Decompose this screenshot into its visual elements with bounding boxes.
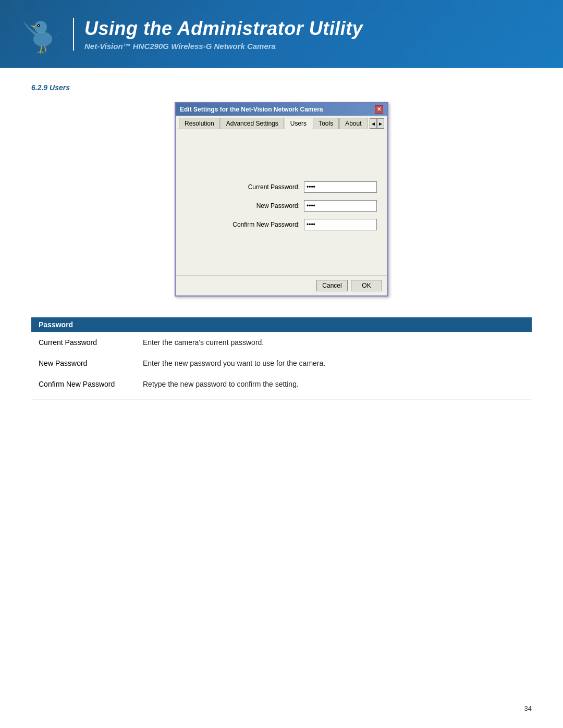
cancel-button[interactable]: Cancel <box>316 280 348 291</box>
password-section-header: Password <box>31 317 532 332</box>
header-subtitle: Net-Vision™ HNC290G Wireless-G Network C… <box>84 42 363 51</box>
term-new-password: New Password <box>31 353 136 374</box>
tab-advanced-settings[interactable]: Advanced Settings <box>221 118 284 129</box>
section-title: 6.2.9 Users <box>31 83 532 92</box>
section-divider <box>31 400 532 400</box>
svg-line-6 <box>38 51 41 53</box>
svg-line-4 <box>41 46 42 51</box>
main-content: 6.2.9 Users Edit Settings for the Net-Vi… <box>0 68 563 421</box>
page-number: 34 <box>524 705 532 712</box>
svg-line-5 <box>45 46 46 52</box>
header-title: Using the Administrator Utility <box>84 18 363 40</box>
confirm-password-label: Confirm New Password: <box>232 221 300 228</box>
new-password-group: New Password: <box>186 200 377 212</box>
term-confirm-password: Confirm New Password <box>31 374 136 394</box>
new-password-label: New Password: <box>232 202 300 209</box>
dialog-footer: Cancel OK <box>176 275 387 295</box>
header-text-block: Using the Administrator Utility Net-Visi… <box>73 18 363 51</box>
dialog-tabs-bar: Resolution Advanced Settings Users Tools… <box>176 116 387 129</box>
table-row: New Password Enter the new password you … <box>31 353 532 374</box>
settings-dialog: Edit Settings for the Net-Vision Network… <box>175 102 388 297</box>
svg-line-8 <box>41 51 44 53</box>
desc-new-password: Enter the new password you want to use f… <box>136 353 532 374</box>
new-password-input[interactable] <box>304 200 377 212</box>
tab-users[interactable]: Users <box>285 118 312 129</box>
dialog-body: Current Password: New Password: Confirm … <box>176 129 387 275</box>
tab-nav-next-button[interactable]: ► <box>377 118 384 129</box>
page-header: Using the Administrator Utility Net-Visi… <box>0 0 563 68</box>
confirm-password-group: Confirm New Password: <box>186 219 377 230</box>
svg-point-3 <box>38 25 39 26</box>
desc-confirm-password: Retype the new password to confirm the s… <box>136 374 532 394</box>
tab-nav-prev-button[interactable]: ◄ <box>370 118 377 129</box>
password-table: Current Password Enter the camera's curr… <box>31 332 532 394</box>
ok-button[interactable]: OK <box>351 280 382 291</box>
bird-logo-icon <box>21 10 63 57</box>
current-password-input[interactable] <box>304 181 377 193</box>
confirm-password-input[interactable] <box>304 219 377 230</box>
password-section: Password Current Password Enter the came… <box>31 317 532 400</box>
svg-point-1 <box>34 21 47 33</box>
dialog-title: Edit Settings for the Net-Vision Network… <box>180 106 323 113</box>
current-password-group: Current Password: <box>186 181 377 193</box>
term-current-password: Current Password <box>31 332 136 353</box>
tab-nav-buttons: ◄ ► <box>370 118 384 129</box>
desc-current-password: Enter the camera's current password. <box>136 332 532 353</box>
tab-tools[interactable]: Tools <box>313 118 339 129</box>
table-row: Confirm New Password Retype the new pass… <box>31 374 532 394</box>
current-password-label: Current Password: <box>232 183 300 191</box>
tab-about[interactable]: About <box>339 118 367 129</box>
dialog-close-button[interactable]: ✕ <box>375 105 383 114</box>
table-row: Current Password Enter the camera's curr… <box>31 332 532 353</box>
dialog-titlebar: Edit Settings for the Net-Vision Network… <box>176 103 387 116</box>
tab-resolution[interactable]: Resolution <box>179 118 220 129</box>
